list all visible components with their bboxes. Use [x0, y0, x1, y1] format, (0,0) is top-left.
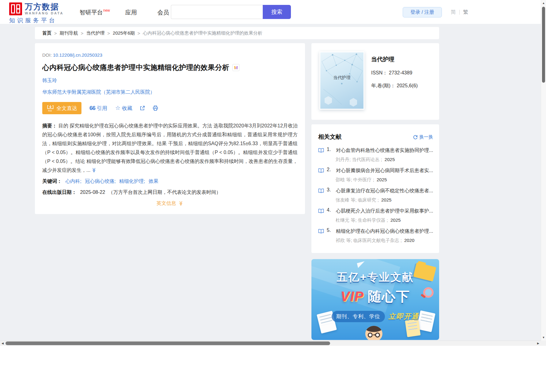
related-list: 1. 对心血管内科急性心绞痛患者实施协同护理... 刘丹丹; 当代医药论丛 ; …: [318, 147, 433, 243]
abstract-label: 摘要：: [42, 123, 57, 128]
page: 万方数据 WANFANG DATA 知识服务平台 智研平台new 应用 会员 搜…: [0, 0, 546, 392]
keyword-link[interactable]: 冠心病心绞痛;: [85, 179, 115, 184]
ad-mascot: [364, 324, 383, 340]
search-bar: 搜索: [171, 5, 291, 19]
breadcrumb-issue[interactable]: 2025年6期: [113, 30, 135, 36]
banner-subheadline: VIP随心下: [311, 288, 439, 306]
keywords-label: 关键词：: [42, 179, 62, 184]
print-button[interactable]: [153, 105, 158, 111]
vip-promo-banner[interactable]: 五亿+专业文献 VIP随心下 期刊、专利、学位 立即开通: [311, 259, 439, 340]
issn-value: 2732-4389: [389, 70, 412, 75]
refresh-related-button[interactable]: 换一换: [413, 134, 433, 140]
related-article-link[interactable]: 精细化护理在心内科冠心病心绞痛患者护理...: [336, 228, 433, 235]
item-authors: 刘丹丹;: [336, 157, 351, 162]
related-article-link[interactable]: 心脏康复治疗在冠心病不稳定性心绞痛患者...: [336, 187, 433, 194]
lang-traditional[interactable]: 繁: [463, 9, 468, 16]
related-article-link[interactable]: 心肌梗死介入治疗后患者护理中采用叙事护...: [336, 207, 433, 215]
horizontal-scrollbar[interactable]: ◀ ▶: [0, 341, 541, 346]
nav-zhiyan-platform[interactable]: 智研平台new: [80, 9, 110, 17]
related-article-link[interactable]: 对心脏瓣膜病合并冠心病同期手术后患者实...: [336, 167, 433, 174]
related-literature-card: 相关文献 换一换 1. 对心血管内科急性心绞痛患者实施协同护理...: [311, 124, 439, 253]
metrics-badge-icon[interactable]: M: [232, 64, 239, 71]
banner-headline: 五亿+专业文献: [311, 270, 439, 285]
keywords-line: 关键词： 心内科; 冠心病心绞痛; 精细化护理; 效果: [42, 177, 298, 185]
item-journal: 临床研究 ;: [358, 197, 379, 202]
related-article-link[interactable]: 对心血管内科急性心绞痛患者实施协同护理...: [336, 147, 433, 154]
breadcrumb-separator: >: [81, 31, 84, 36]
open-vip-button[interactable]: 立即开通: [389, 312, 419, 321]
volume-value: 2025,6(6): [397, 83, 418, 88]
english-info-toggle[interactable]: 英文信息 ≫: [42, 200, 298, 207]
cover-network-pattern: [320, 52, 363, 109]
share-icon: [140, 105, 145, 111]
banner-text: 五亿+专业文献 VIP随心下 期刊、专利、学位 立即开通: [311, 259, 439, 322]
vertical-scroll-thumb[interactable]: [542, 7, 545, 83]
scroll-left-arrow[interactable]: ◀: [0, 341, 5, 346]
wanfang-logo[interactable]: 万方数据 WANFANG DATA 知识服务平台: [9, 2, 64, 24]
search-input[interactable]: [171, 5, 263, 19]
vertical-scrollbar[interactable]: ▲ ▼: [541, 0, 546, 341]
breadcrumb-home[interactable]: 首页: [42, 30, 51, 36]
doi-link[interactable]: 10.12208/j.cn.20250323: [53, 52, 102, 58]
horizontal-scroll-thumb[interactable]: [6, 341, 330, 345]
item-number: 1.: [327, 147, 336, 152]
favorite-button[interactable]: ☆ 收藏: [115, 105, 132, 112]
journal-cover-image[interactable]: 当代护理: [319, 51, 364, 110]
related-item: 3. 心脏康复治疗在冠心病不稳定性心绞痛患者... 张友峰 等; 临床研究 ; …: [318, 187, 433, 203]
scroll-up-arrow[interactable]: ▲: [541, 1, 546, 6]
volume-label: 年,卷(期)：: [371, 83, 395, 88]
vip-text: VIP: [341, 289, 364, 304]
scroll-right-arrow[interactable]: ▶: [536, 341, 541, 346]
item-meta: 刘丹丹; 当代医药论丛 ; 2025: [336, 157, 433, 163]
breadcrumb-journal-nav[interactable]: 期刊导航: [60, 30, 78, 36]
lang-simplified[interactable]: 简: [451, 9, 456, 16]
keyword-link[interactable]: 精细化护理;: [119, 179, 145, 184]
item-authors: 祁欣 等;: [336, 238, 352, 243]
journal-card: 当代护理 当代护理 ISSN： 2732-4389 年,卷(期)： 2025,6…: [311, 43, 439, 120]
author-link[interactable]: 韩玉玲: [42, 78, 57, 83]
affiliation-link[interactable]: 华东师范大学附属芜湖医院（芜湖市第二人民医院）: [42, 89, 298, 96]
breadcrumb-journal[interactable]: 当代护理: [86, 30, 105, 36]
nav-apps[interactable]: 应用: [125, 9, 137, 17]
chevron-down-icon: ≫: [178, 201, 184, 206]
keyword-link[interactable]: 心内科;: [65, 179, 81, 184]
item-year: 2025: [381, 197, 391, 202]
login-register-button[interactable]: 登录 / 注册: [403, 7, 442, 17]
breadcrumb-separator: >: [137, 31, 140, 36]
pubdate-value: 2025-08-22: [80, 190, 105, 195]
journal-info: 当代护理 ISSN： 2732-4389 年,卷(期)： 2025,6(6): [371, 51, 418, 111]
nav-label: 应用: [125, 9, 137, 16]
breadcrumb: 首页 > 期刊导航 > 当代护理 > 2025年6期 > 心内科冠心病心绞痛患者…: [35, 27, 439, 39]
quote-icon: 66: [89, 106, 95, 110]
search-button[interactable]: 搜索: [263, 5, 291, 19]
bottom-margin: [0, 346, 546, 392]
nav-label: 会员: [157, 9, 169, 16]
book-icon: [318, 209, 324, 213]
item-journal: 当代医药论丛 ;: [352, 157, 382, 162]
share-button[interactable]: [140, 105, 145, 111]
star-icon: ☆: [115, 105, 120, 111]
scroll-down-arrow[interactable]: ▼: [541, 335, 546, 340]
item-journal: 中外医疗 ;: [353, 177, 374, 182]
pubdate-label: 在线出版日期：: [42, 190, 77, 195]
journal-name[interactable]: 当代护理: [371, 55, 418, 63]
fulltext-button[interactable]: free 全文直达: [42, 102, 81, 114]
wanfang-logo-icon: [9, 2, 22, 15]
pubdate-line: 在线出版日期： 2025-08-22 （万方平台首次上网日期，不代表论文的发表时…: [42, 189, 298, 196]
item-journal: 临床医药文献电子杂志 ;: [353, 238, 402, 243]
vip-tagline: 随心下: [368, 289, 410, 304]
keyword-link[interactable]: 效果: [149, 179, 158, 184]
refresh-icon: [413, 135, 418, 139]
top-header: 万方数据 WANFANG DATA 知识服务平台 智研平台new 应用 会员 搜…: [0, 0, 541, 24]
article-title: 心内科冠心病心绞痛患者护理中实施精细化护理的效果分析: [42, 63, 229, 72]
item-number: 3.: [327, 187, 336, 193]
cite-button[interactable]: 66 引用: [89, 105, 107, 112]
nav-membership[interactable]: 会员: [157, 9, 169, 17]
article-card: DOI: 10.12208/j.cn.20250323 心内科冠心病心绞痛患者护…: [35, 43, 305, 214]
print-icon: [153, 105, 158, 111]
brand-name-en: WANFANG DATA: [25, 11, 64, 15]
expand-abstract-icon[interactable]: ≫: [90, 168, 99, 173]
related-header: 相关文献 换一换: [318, 133, 433, 141]
related-title: 相关文献: [318, 133, 341, 141]
item-year: 2025: [390, 217, 401, 223]
